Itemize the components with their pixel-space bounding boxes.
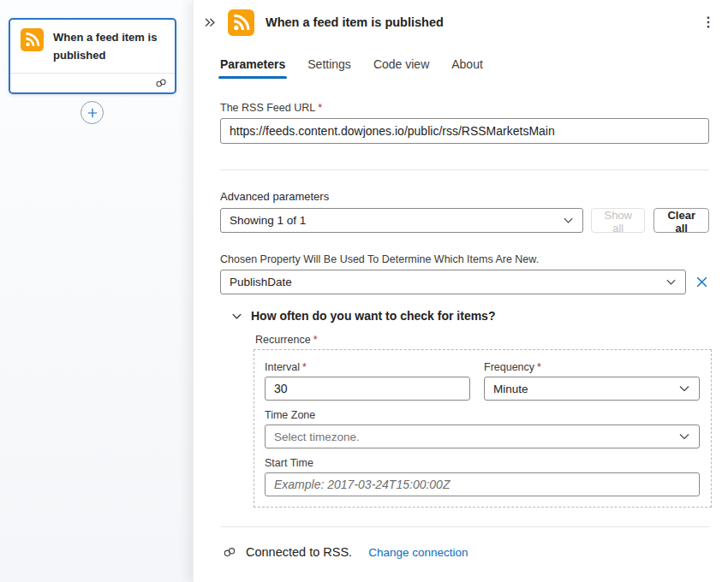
- advanced-parameters-value: Showing 1 of 1: [230, 214, 306, 227]
- rss-icon: [21, 28, 44, 51]
- more-menu-icon[interactable]: ⋮: [699, 13, 718, 32]
- interval-label: Interval*: [265, 361, 470, 373]
- required-asterisk: *: [311, 334, 318, 346]
- panel-header: When a feed item is published ⋮: [200, 9, 718, 36]
- connection-link-icon: [222, 544, 237, 560]
- chosen-property-label: Chosen Property Will Be Used To Determin…: [220, 253, 709, 265]
- frequency-value: Minute: [493, 383, 528, 395]
- rss-url-input[interactable]: [220, 118, 709, 144]
- advanced-parameters-dropdown[interactable]: Showing 1 of 1: [220, 208, 583, 233]
- timezone-dropdown[interactable]: Select timezone.: [265, 425, 700, 448]
- chevron-down-icon: [677, 382, 691, 395]
- tab-about[interactable]: About: [451, 57, 483, 79]
- add-action-button[interactable]: [81, 101, 104, 124]
- footer-divider: [220, 526, 709, 527]
- chosen-property-dropdown[interactable]: PublishDate: [220, 270, 686, 294]
- trigger-card[interactable]: When a feed item is published: [9, 18, 176, 94]
- section-divider: [220, 169, 709, 170]
- timezone-label: Time Zone: [265, 409, 700, 421]
- trigger-card-footer: [10, 73, 175, 92]
- remove-parameter-icon[interactable]: [694, 273, 709, 292]
- schedule-section-header[interactable]: How often do you want to check for items…: [220, 309, 709, 323]
- chevron-down-icon: [562, 214, 575, 227]
- trigger-card-title: When a feed item is published: [53, 28, 166, 65]
- chevron-down-icon: [665, 276, 677, 288]
- collapse-panel-icon[interactable]: [200, 13, 219, 32]
- required-asterisk: *: [315, 102, 322, 114]
- chevron-down-icon: [230, 310, 243, 323]
- start-time-label: Start Time: [265, 457, 700, 469]
- panel-title: When a feed item is published: [263, 15, 690, 29]
- connection-link-icon: [154, 76, 168, 90]
- frequency-label: Frequency*: [484, 361, 700, 373]
- tab-settings[interactable]: Settings: [307, 57, 351, 79]
- change-connection-link[interactable]: Change connection: [368, 546, 468, 559]
- rss-icon: [228, 9, 254, 36]
- connection-status-text: Connected to RSS.: [246, 545, 352, 559]
- start-time-input[interactable]: [265, 472, 700, 496]
- clear-all-button[interactable]: Clear all: [653, 208, 709, 233]
- trigger-settings-panel: When a feed item is published ⋮ Paramete…: [193, 0, 728, 582]
- required-asterisk: *: [534, 361, 541, 373]
- frequency-dropdown[interactable]: Minute: [484, 377, 700, 401]
- interval-input[interactable]: [265, 377, 470, 401]
- trigger-card-main: When a feed item is published: [10, 20, 175, 73]
- connection-status-row: Connected to RSS. Change connection: [222, 544, 709, 560]
- schedule-section-title: How often do you want to check for items…: [251, 309, 495, 323]
- tab-parameters[interactable]: Parameters: [220, 57, 285, 79]
- chevron-down-icon: [677, 430, 691, 443]
- show-all-button[interactable]: Show all: [591, 208, 645, 233]
- timezone-placeholder: Select timezone.: [274, 431, 360, 443]
- recurrence-group: Interval* Frequency* Minute: [254, 349, 712, 508]
- chosen-property-value: PublishDate: [230, 276, 292, 288]
- required-asterisk: *: [300, 361, 307, 373]
- advanced-parameters-label: Advanced parameters: [220, 190, 709, 203]
- tab-code-view[interactable]: Code view: [373, 57, 429, 79]
- recurrence-label: Recurrence*: [220, 334, 709, 346]
- panel-tabs: Parameters Settings Code view About: [220, 57, 709, 79]
- rss-url-label: The RSS Feed URL*: [220, 102, 709, 114]
- flow-canvas: When a feed item is published: [0, 0, 193, 582]
